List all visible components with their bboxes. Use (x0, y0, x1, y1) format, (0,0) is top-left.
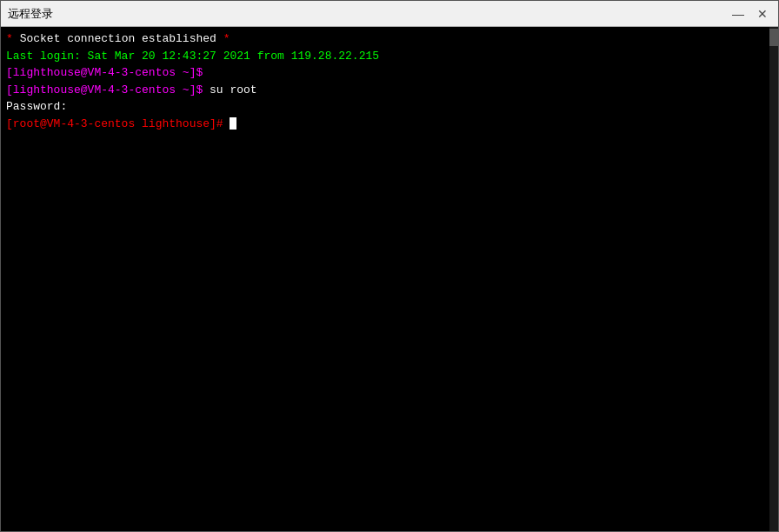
window-controls: — ✕ (729, 5, 771, 23)
scrollbar[interactable] (769, 27, 778, 531)
terminal-window: 远程登录 — ✕ * Socket connection established… (0, 0, 779, 532)
command-line: [lighthouse@VM-4-3-centos ~]$ su root (6, 82, 773, 99)
terminal-area[interactable]: * Socket connection established * Last l… (1, 27, 778, 531)
login-line: Last login: Sat Mar 20 12:43:27 2021 fro… (6, 48, 773, 65)
socket-line: * Socket connection established * (6, 30, 773, 48)
minimize-button[interactable]: — (729, 5, 747, 23)
prompt1-text: [lighthouse@VM-4-3-centos ~]$ (6, 66, 203, 79)
password-label: Password: (6, 100, 67, 113)
title-bar: 远程登录 — ✕ (1, 1, 778, 27)
terminal-cursor (230, 117, 236, 130)
password-line: Password: (6, 98, 773, 116)
scrollbar-thumb[interactable] (769, 29, 778, 46)
command-text: su root (210, 83, 257, 96)
close-button[interactable]: ✕ (754, 5, 771, 23)
prompt2-text: [lighthouse@VM-4-3-centos ~]$ (6, 83, 203, 96)
window-title: 远程登录 (8, 6, 53, 22)
terminal-content: * Socket connection established * Last l… (6, 30, 773, 132)
empty-prompt-line: [lighthouse@VM-4-3-centos ~]$ (6, 64, 773, 82)
root-prompt-line: [root@VM-4-3-centos lighthouse]# (6, 116, 773, 133)
login-text: Last login: Sat Mar 20 12:43:27 2021 fro… (6, 50, 379, 63)
root-prompt-text: [root@VM-4-3-centos lighthouse]# (6, 117, 223, 130)
